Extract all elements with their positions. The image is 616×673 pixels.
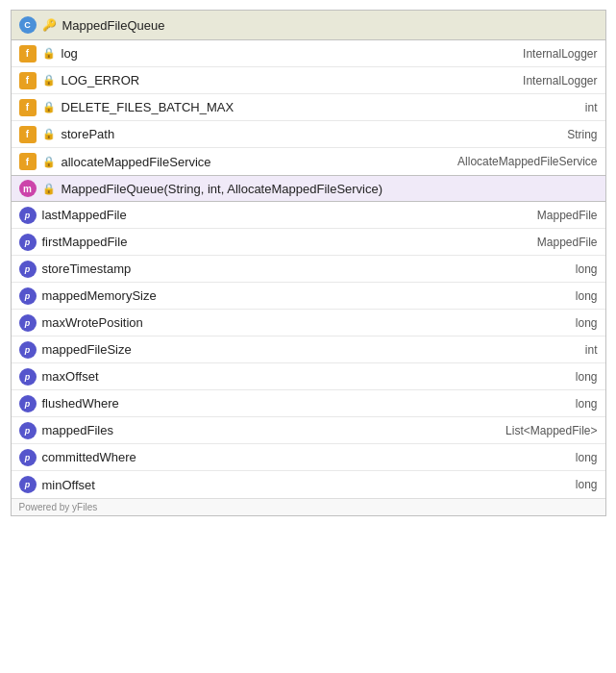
property-type: long [463, 370, 598, 384]
property-row-storeTimestamp: p storeTimestamp long [12, 256, 605, 283]
property-label: p firstMappedFile [19, 234, 463, 251]
field-icon: f [19, 45, 37, 62]
property-label: p mappedFileSize [19, 341, 463, 359]
field-type: AllocateMappedFileService [457, 155, 597, 168]
property-type: int [463, 343, 598, 357]
class-diagram-panel: C 🔑 MappedFileQueue f 🔒 log InternalLogg… [11, 10, 606, 516]
property-icon: p [19, 287, 37, 305]
field-label: f 🔒 DELETE_FILES_BATCH_MAX [19, 99, 463, 116]
field-name: DELETE_FILES_BATCH_MAX [62, 100, 234, 114]
field-icon: f [19, 126, 37, 143]
property-row-mappedMemorySize: p mappedMemorySize long [12, 283, 605, 310]
field-name: storePath [62, 127, 115, 141]
property-name: firstMappedFile [42, 235, 128, 249]
property-row-firstMappedFile: p firstMappedFile MappedFile [12, 229, 605, 256]
class-header-row: C 🔑 MappedFileQueue [12, 11, 605, 40]
property-row-flushedWhere: p flushedWhere long [12, 390, 605, 417]
property-type: long [463, 262, 598, 276]
property-type: long [463, 289, 598, 303]
field-row-delete-batch: f 🔒 DELETE_FILES_BATCH_MAX int [12, 94, 605, 121]
field-label: f 🔒 allocateMappedFileService [19, 153, 458, 170]
property-icon: p [19, 368, 37, 386]
field-type: int [463, 101, 598, 114]
property-type: long [463, 478, 598, 491]
field-label: f 🔒 LOG_ERROR [19, 72, 463, 89]
constructor-visibility-icon: 🔒 [42, 183, 56, 195]
lock-icon: 🔒 [42, 47, 56, 60]
property-label: p committedWhere [19, 449, 463, 466]
property-icon: p [19, 422, 37, 439]
field-icon: f [19, 99, 37, 116]
field-row-log-error: f 🔒 LOG_ERROR InternalLogger [12, 67, 605, 94]
property-name: maxOffset [42, 369, 99, 384]
property-label: p mappedFiles [19, 422, 463, 439]
property-icon: p [19, 449, 37, 466]
lock-icon: 🔒 [42, 101, 56, 113]
footer: Powered by yFiles [12, 498, 605, 515]
lock-icon: 🔒 [42, 156, 56, 168]
property-row-lastMappedFile: p lastMappedFile MappedFile [12, 202, 605, 229]
property-icon: p [19, 207, 37, 224]
field-name: log [62, 46, 78, 61]
property-type: MappedFile [463, 236, 598, 249]
field-type: InternalLogger [463, 74, 598, 87]
field-name: LOG_ERROR [62, 73, 140, 87]
property-type: long [463, 397, 598, 411]
fields-section: f 🔒 log InternalLogger f 🔒 LOG_ERROR Int… [12, 40, 605, 175]
property-row-mappedFiles: p mappedFiles List<MappedFile> [12, 417, 605, 444]
property-type: long [463, 316, 598, 330]
property-label: p lastMappedFile [19, 207, 463, 224]
property-name: maxWrotePosition [42, 315, 143, 330]
property-label: p maxOffset [19, 368, 463, 386]
property-name: mappedFiles [42, 423, 113, 437]
property-name: flushedWhere [42, 396, 119, 411]
property-row-maxOffset: p maxOffset long [12, 363, 605, 390]
property-type: MappedFile [463, 209, 598, 222]
class-visibility-icon: 🔑 [42, 18, 57, 32]
field-row-store-path: f 🔒 storePath String [12, 121, 605, 148]
footer-text: Powered by yFiles [19, 502, 98, 512]
property-row-committedWhere: p committedWhere long [12, 444, 605, 471]
properties-section: p lastMappedFile MappedFile p firstMappe… [12, 202, 605, 498]
property-name: minOffset [42, 478, 95, 492]
property-row-mappedFileSize: p mappedFileSize int [12, 336, 605, 363]
lock-icon: 🔒 [42, 128, 56, 140]
constructor-label: m 🔒 MappedFileQueue(String, int, Allocat… [19, 180, 598, 197]
property-type: List<MappedFile> [463, 424, 598, 437]
property-icon: p [19, 314, 37, 332]
field-icon: f [19, 153, 37, 170]
property-label: p flushedWhere [19, 395, 463, 412]
field-label: f 🔒 log [19, 45, 463, 62]
property-row-minOffset: p minOffset long [12, 471, 605, 498]
property-name: committedWhere [42, 450, 136, 464]
field-icon: f [19, 72, 37, 89]
constructor-row: m 🔒 MappedFileQueue(String, int, Allocat… [12, 175, 605, 202]
lock-icon: 🔒 [42, 74, 56, 87]
property-name: lastMappedFile [42, 208, 127, 222]
property-label: p minOffset [19, 476, 463, 493]
field-name: allocateMappedFileService [62, 155, 211, 169]
property-row-maxWrotePosition: p maxWrotePosition long [12, 310, 605, 336]
property-icon: p [19, 341, 37, 359]
constructor-signature: MappedFileQueue(String, int, AllocateMap… [62, 182, 383, 196]
property-label: p storeTimestamp [19, 261, 463, 278]
property-label: p maxWrotePosition [19, 314, 463, 332]
field-row-allocate-service: f 🔒 allocateMappedFileService AllocateMa… [12, 148, 605, 175]
property-name: mappedFileSize [42, 342, 132, 357]
property-name: storeTimestamp [42, 262, 132, 276]
property-label: p mappedMemorySize [19, 287, 463, 305]
property-icon: p [19, 476, 37, 493]
property-icon: p [19, 261, 37, 278]
field-type: String [463, 128, 598, 141]
field-type: InternalLogger [463, 47, 598, 61]
constructor-icon: m [19, 180, 37, 197]
property-name: mappedMemorySize [42, 288, 157, 303]
field-label: f 🔒 storePath [19, 126, 463, 143]
class-icon: C [19, 16, 37, 34]
field-row-log: f 🔒 log InternalLogger [12, 40, 605, 67]
property-icon: p [19, 395, 37, 412]
class-name: MappedFileQueue [62, 18, 165, 33]
property-type: long [463, 451, 598, 464]
property-icon: p [19, 234, 37, 251]
